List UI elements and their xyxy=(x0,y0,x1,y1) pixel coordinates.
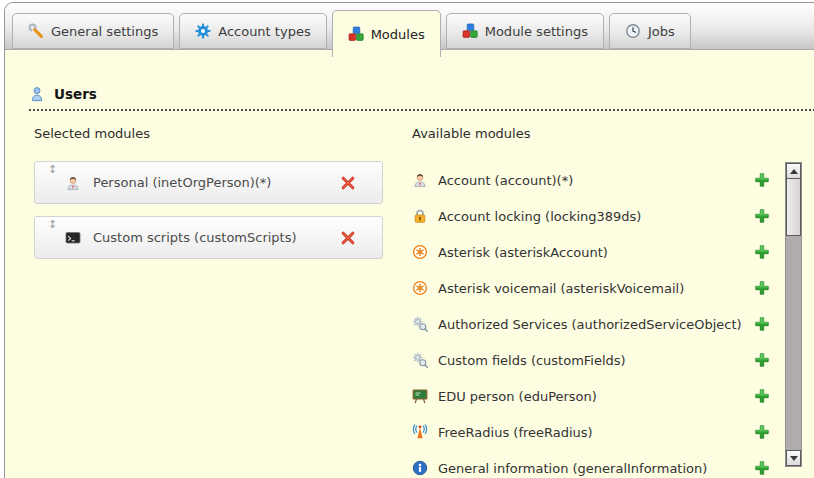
modules-tab-content: Users Selected modules ↕Personal (inetOr… xyxy=(5,50,814,478)
tab-label: Jobs xyxy=(648,24,675,39)
add-module-button[interactable] xyxy=(754,280,770,296)
available-module-row: FreeRadius (freeRadius) xyxy=(412,414,776,450)
cubes-icon xyxy=(462,23,478,39)
user-icon xyxy=(29,86,45,102)
asterisk-icon xyxy=(412,280,428,296)
available-module-row: Asterisk (asteriskAccount) xyxy=(412,234,776,270)
available-module-label: General information (generalInformation) xyxy=(438,461,707,476)
gear-blue-icon xyxy=(195,23,211,39)
available-module-label: Asterisk (asteriskAccount) xyxy=(438,245,608,260)
tab-label: Module settings xyxy=(485,24,588,39)
available-modules-scrollbar[interactable] xyxy=(785,162,802,467)
remove-module-button[interactable] xyxy=(340,175,356,191)
chalkboard-icon xyxy=(412,388,428,404)
section-title: Users xyxy=(54,86,97,102)
add-module-button[interactable] xyxy=(754,172,770,188)
tab-label: Modules xyxy=(371,27,425,42)
gear-search-icon xyxy=(412,316,428,332)
available-module-label: Authorized Services (authorizedServiceOb… xyxy=(438,317,742,332)
asterisk-icon xyxy=(412,244,428,260)
available-module-label: Custom fields (customFields) xyxy=(438,353,626,368)
person-icon xyxy=(65,175,81,191)
tab-general-settings[interactable]: General settings xyxy=(12,13,174,49)
available-module-row: General information (generalInformation) xyxy=(412,450,776,478)
antenna-icon xyxy=(412,424,428,440)
triangle-up-icon xyxy=(790,169,798,174)
person-icon xyxy=(412,172,428,188)
available-module-label: Asterisk voicemail (asteriskVoicemail) xyxy=(438,281,684,296)
terminal-icon xyxy=(65,230,81,246)
drag-handle-icon[interactable]: ↕ xyxy=(48,164,57,176)
available-module-row: Authorized Services (authorizedServiceOb… xyxy=(412,306,776,342)
tab-jobs[interactable]: Jobs xyxy=(609,13,691,49)
tab-module-settings[interactable]: Module settings xyxy=(446,13,604,49)
selected-module-row[interactable]: ↕Personal (inetOrgPerson)(*) xyxy=(34,161,383,204)
available-modules-label: Available modules xyxy=(412,126,814,141)
add-module-button[interactable] xyxy=(754,388,770,404)
tab-bar: General settingsAccount typesModulesModu… xyxy=(5,3,814,50)
scroll-up-button[interactable] xyxy=(786,163,801,179)
selected-module-label: Personal (inetOrgPerson)(*) xyxy=(93,175,271,190)
modules-columns: Selected modules ↕Personal (inetOrgPerso… xyxy=(29,126,814,478)
available-module-label: FreeRadius (freeRadius) xyxy=(438,425,593,440)
add-module-button[interactable] xyxy=(754,208,770,224)
tab-modules[interactable]: Modules xyxy=(332,10,441,57)
selected-modules-panel: Selected modules ↕Personal (inetOrgPerso… xyxy=(34,126,383,478)
tab-label: Account types xyxy=(218,24,310,39)
available-module-row: Account locking (locking389ds) xyxy=(412,198,776,234)
info-icon xyxy=(412,460,428,476)
available-modules-area: Account (account)(*)Account locking (loc… xyxy=(412,162,814,478)
lock-icon xyxy=(412,208,428,224)
wrench-icon xyxy=(28,23,44,39)
scroll-track[interactable] xyxy=(786,236,801,450)
available-module-label: EDU person (eduPerson) xyxy=(438,389,597,404)
scroll-thumb[interactable] xyxy=(786,179,801,236)
selected-module-row[interactable]: ↕Custom scripts (customScripts) xyxy=(34,216,383,259)
clock-icon xyxy=(625,23,641,39)
drag-handle-icon[interactable]: ↕ xyxy=(48,219,57,231)
remove-module-button[interactable] xyxy=(340,230,356,246)
available-modules-panel: Available modules Account (account)(*)Ac… xyxy=(412,126,814,478)
add-module-button[interactable] xyxy=(754,352,770,368)
gear-search-icon xyxy=(412,352,428,368)
triangle-down-icon xyxy=(790,456,798,461)
tab-account-types[interactable]: Account types xyxy=(179,13,326,49)
available-module-row: Account (account)(*) xyxy=(412,162,776,198)
available-modules-list: Account (account)(*)Account locking (loc… xyxy=(412,162,776,478)
available-module-label: Account (account)(*) xyxy=(438,173,573,188)
section-header-users: Users xyxy=(29,86,814,111)
tab-label: General settings xyxy=(51,24,158,39)
add-module-button[interactable] xyxy=(754,424,770,440)
available-module-row: Asterisk voicemail (asteriskVoicemail) xyxy=(412,270,776,306)
available-module-row: EDU person (eduPerson) xyxy=(412,378,776,414)
add-module-button[interactable] xyxy=(754,460,770,476)
selected-modules-list: ↕Personal (inetOrgPerson)(*)↕Custom scri… xyxy=(34,161,383,259)
available-module-row: Custom fields (customFields) xyxy=(412,342,776,378)
cubes-icon xyxy=(348,26,364,42)
tab-strip: General settingsAccount typesModulesModu… xyxy=(12,13,691,57)
scroll-down-button[interactable] xyxy=(786,450,801,466)
add-module-button[interactable] xyxy=(754,316,770,332)
selected-module-label: Custom scripts (customScripts) xyxy=(93,230,297,245)
add-module-button[interactable] xyxy=(754,244,770,260)
selected-modules-label: Selected modules xyxy=(34,126,383,141)
configuration-window: General settingsAccount typesModulesModu… xyxy=(4,2,814,478)
available-module-label: Account locking (locking389ds) xyxy=(438,209,641,224)
